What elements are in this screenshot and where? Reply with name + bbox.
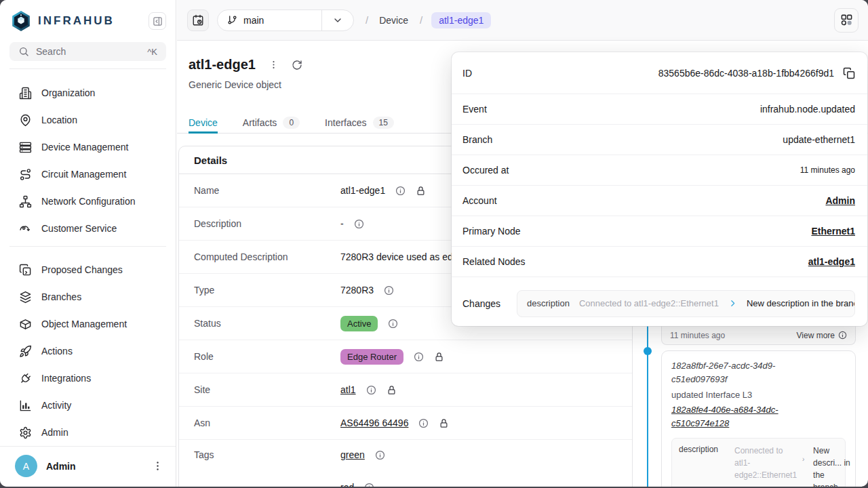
sidebar-item-network-configuration[interactable]: Network Configuration	[0, 188, 176, 215]
detail-row-tags: Tags green red	[179, 440, 632, 487]
tab-badge: 15	[373, 117, 394, 129]
chevron-right-icon	[728, 299, 737, 308]
git-branch-icon	[227, 15, 237, 25]
site-link[interactable]: atl1	[340, 384, 356, 395]
tab-interfaces[interactable]: Interfaces15	[325, 113, 394, 133]
detail-label: Asn	[194, 418, 340, 428]
tag-link-green[interactable]: green	[340, 449, 365, 460]
info-icon[interactable]	[354, 219, 364, 229]
breadcrumb-separator: /	[420, 14, 422, 26]
overlay-row-event: Event infrahub.node.updated	[452, 94, 867, 125]
sidebar-item-label: Actions	[41, 346, 73, 357]
plug-icon	[19, 372, 32, 385]
detail-value: atl1-edge1	[340, 185, 385, 196]
related-node-link[interactable]: atl1-edge1	[808, 256, 855, 267]
overlay-label: Branch	[462, 134, 492, 145]
info-icon	[838, 331, 847, 340]
search-input[interactable]: Search ^K	[9, 42, 166, 61]
account-link[interactable]: Admin	[825, 195, 855, 206]
building-icon	[19, 87, 32, 100]
breadcrumb-section[interactable]: Device	[379, 15, 408, 26]
sidebar-item-location[interactable]: Location	[0, 106, 176, 134]
timeframe-button[interactable]	[187, 9, 209, 31]
overlay-row-branch: Branch update-ethernet1	[452, 125, 867, 155]
info-icon[interactable]	[375, 450, 385, 460]
object-menu-kebab-icon[interactable]	[269, 60, 279, 70]
view-more-button[interactable]: View more	[797, 331, 847, 340]
tab-label: Device	[189, 117, 218, 128]
info-icon[interactable]	[364, 483, 374, 487]
sidebar-item-circuit-management[interactable]: Circuit Management	[0, 161, 176, 188]
sidebar-item-organization[interactable]: Organization	[0, 79, 176, 106]
overlay-label: Changes	[462, 298, 500, 309]
status-badge: Active	[340, 316, 378, 331]
user-menu-kebab-icon[interactable]	[152, 460, 163, 472]
sidebar-item-object-management[interactable]: Object Management	[0, 310, 176, 338]
detail-label: Tags	[194, 449, 340, 460]
sidebar-item-label: Integrations	[41, 373, 91, 384]
info-icon[interactable]	[395, 186, 406, 196]
nav-group-objects: Organization Location Device Management …	[0, 69, 176, 239]
sidebar-item-activity[interactable]: Activity	[0, 392, 176, 419]
sidebar-item-customer-service[interactable]: Customer Service	[0, 215, 176, 239]
info-icon[interactable]	[388, 319, 398, 329]
info-icon[interactable]	[418, 418, 429, 428]
overlay-label: Account	[462, 195, 497, 206]
sidebar-item-admin[interactable]: Admin	[0, 419, 176, 446]
tab-artifacts[interactable]: Artifacts0	[243, 113, 300, 133]
sidebar-nav: Organization Location Device Management …	[0, 69, 176, 446]
tab-label: Artifacts	[243, 117, 277, 128]
event-node-link[interactable]: 182a8fe4-406e-a684-34dc-c510c974e128	[671, 403, 829, 430]
sidebar-item-device-management[interactable]: Device Management	[0, 134, 176, 161]
asn-link[interactable]: AS64496 64496	[340, 418, 408, 428]
topbar: main / Device / atl1-edge1	[177, 0, 868, 41]
panel-collapse-icon	[153, 17, 161, 24]
chevron-down-icon	[332, 15, 343, 26]
tag-link-red[interactable]: red	[340, 482, 354, 487]
tab-device[interactable]: Device	[189, 113, 218, 133]
branch-selector-caret	[321, 10, 353, 30]
overlay-row-occured-at: Occured at 11 minutes ago	[452, 155, 867, 186]
lock-icon	[439, 418, 449, 428]
sidebar-collapse-button[interactable]	[149, 12, 166, 30]
copy-icon[interactable]	[843, 67, 855, 79]
change-attribute: description	[679, 445, 729, 454]
detail-value: 7280R3	[340, 285, 374, 296]
search-icon	[18, 46, 29, 57]
sidebar-item-label: Activity	[41, 400, 71, 411]
calendar-clock-icon	[192, 14, 204, 26]
cube-icon	[19, 318, 32, 331]
detail-label: Site	[194, 384, 340, 395]
sidebar-item-proposed-changes[interactable]: Proposed Changes	[0, 256, 176, 283]
detail-label: Description	[194, 218, 340, 229]
sidebar-item-label: Admin	[41, 427, 68, 438]
branch-selector[interactable]: main	[217, 9, 354, 31]
detail-label: Role	[194, 351, 340, 362]
sidebar-item-label: Network Configuration	[41, 196, 136, 207]
sidebar-item-integrations[interactable]: Integrations	[0, 365, 176, 392]
schema-button[interactable]	[834, 8, 859, 33]
breadcrumb-current[interactable]: atl1-edge1	[431, 12, 491, 28]
overlay-label: Occured at	[462, 165, 509, 176]
info-icon[interactable]	[384, 285, 394, 296]
network-icon	[19, 195, 32, 208]
lock-icon	[434, 352, 444, 362]
detail-row-role: Role Edge Router	[179, 340, 632, 373]
event-id: 182a8fbf-26e7-acdc-34d9-c51ed097693f	[671, 359, 829, 386]
event-type: infrahub.node.updated	[760, 104, 855, 115]
info-icon[interactable]	[414, 352, 424, 362]
primary-node-link[interactable]: Ethernet1	[811, 226, 855, 237]
event-uuid: 83565b6e-86dc-4038-a18b-1fbb4266f9d1	[658, 68, 834, 79]
detail-label: Status	[194, 318, 340, 329]
server-icon	[19, 141, 32, 154]
sidebar-item-branches[interactable]: Branches	[0, 283, 176, 310]
info-icon[interactable]	[366, 385, 376, 395]
detail-value: -	[340, 218, 344, 229]
event-branch: update-ethernet1	[783, 134, 855, 145]
overlay-row-id: ID 83565b6e-86dc-4038-a18b-1fbb4266f9d1	[452, 52, 867, 94]
overlay-label: Primary Node	[462, 226, 521, 237]
refresh-icon[interactable]	[292, 60, 302, 70]
change-new-value: New description in the branch	[747, 298, 855, 308]
sidebar-item-actions[interactable]: Actions	[0, 338, 176, 365]
lock-icon	[416, 186, 426, 196]
